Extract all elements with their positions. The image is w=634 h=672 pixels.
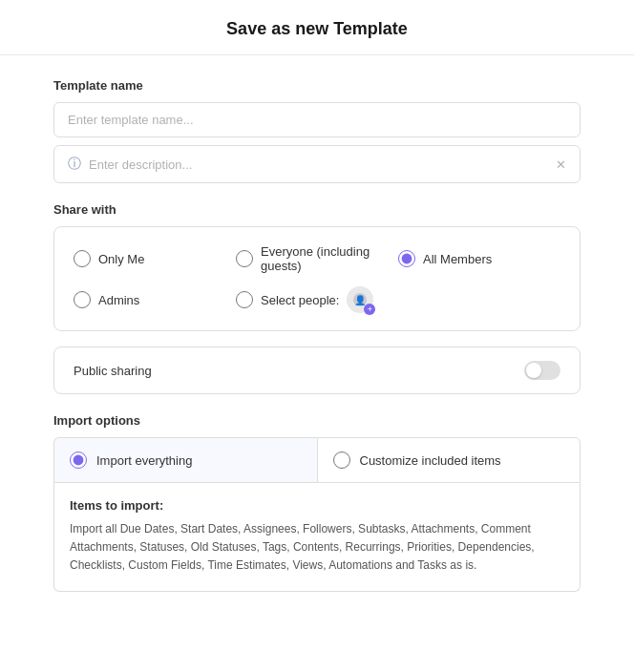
import-options-label: Import options <box>53 413 581 428</box>
radio-admins-input[interactable] <box>74 291 91 308</box>
modal-header: Save as new Template <box>0 0 634 55</box>
radio-all-members-label: All Members <box>423 252 492 266</box>
template-name-input[interactable] <box>53 102 581 137</box>
modal: Save as new Template Template name ⓘ ✕ S… <box>0 0 634 672</box>
import-options-row: Import everything Customize included ite… <box>53 437 581 483</box>
description-input[interactable] <box>89 158 548 172</box>
modal-body: Template name ⓘ ✕ Share with Only Me <box>0 55 634 624</box>
template-name-section: Template name ⓘ ✕ <box>53 78 581 183</box>
radio-admins[interactable]: Admins <box>74 286 236 313</box>
import-everything-radio[interactable] <box>70 452 87 469</box>
items-to-import-box: Items to import: Import all Due Dates, S… <box>53 483 581 592</box>
template-name-label: Template name <box>53 78 581 93</box>
clear-description-button[interactable]: ✕ <box>556 158 566 172</box>
info-icon: ⓘ <box>68 156 81 173</box>
radio-only-me[interactable]: Only Me <box>74 244 236 273</box>
radio-select-people[interactable]: Select people: 👤 + <box>236 286 398 313</box>
share-options-box: Only Me Everyone (including guests) All … <box>53 226 581 331</box>
items-to-import-text: Import all Due Dates, Start Dates, Assig… <box>70 520 564 576</box>
customize-label: Customize included items <box>360 453 501 468</box>
public-sharing-label: Public sharing <box>74 364 152 378</box>
radio-select-people-input[interactable] <box>236 291 253 308</box>
import-everything-label: Import everything <box>96 453 192 468</box>
add-people-button[interactable]: 👤 + <box>347 286 373 313</box>
share-with-section: Share with Only Me Everyone (including g… <box>53 202 581 331</box>
radio-select-people-label: Select people: <box>261 293 339 307</box>
customize-option[interactable]: Customize included items <box>317 437 581 483</box>
radio-only-me-label: Only Me <box>98 252 144 266</box>
radio-everyone-input[interactable] <box>236 250 253 267</box>
radio-everyone[interactable]: Everyone (including guests) <box>236 244 398 273</box>
items-to-import-title: Items to import: <box>70 498 564 513</box>
modal-title: Save as new Template <box>0 19 634 39</box>
import-options-section: Import options Import everything Customi… <box>53 413 581 592</box>
public-sharing-toggle[interactable] <box>524 361 560 380</box>
add-people-plus-icon: + <box>364 304 375 315</box>
customize-radio[interactable] <box>333 452 350 469</box>
public-sharing-section: Public sharing <box>53 346 581 394</box>
radio-everyone-label: Everyone (including guests) <box>261 244 398 273</box>
description-row: ⓘ ✕ <box>53 145 581 183</box>
radio-all-members[interactable]: All Members <box>398 244 560 273</box>
radio-only-me-input[interactable] <box>74 250 91 267</box>
radio-grid: Only Me Everyone (including guests) All … <box>74 244 560 313</box>
toggle-knob <box>526 363 541 378</box>
radio-all-members-input[interactable] <box>398 250 415 267</box>
share-with-label: Share with <box>53 202 581 217</box>
import-everything-option[interactable]: Import everything <box>53 437 317 483</box>
radio-admins-label: Admins <box>98 293 139 307</box>
